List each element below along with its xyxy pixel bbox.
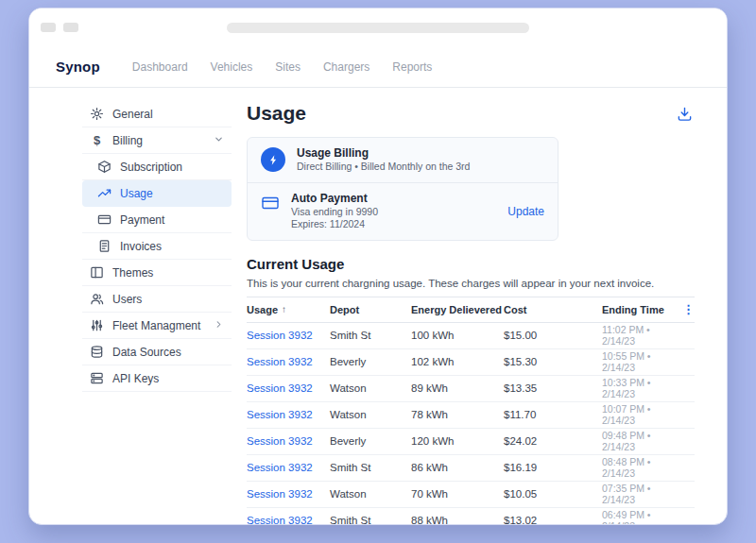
table-row: Session 3932 Watson 70 kWh $10.05 07:35 … [247,482,695,508]
sidebar-item-themes[interactable]: Themes [82,260,232,286]
usage-billing-text: Usage Billing Direct Billing • Billed Mo… [297,146,470,174]
header-label: Usage [247,304,278,315]
table-body: Session 3932 Smith St 100 kWh $15.00 11:… [247,323,695,525]
cost-cell: $24.02 [504,435,602,447]
table-header-usage[interactable]: Usage ↑ [247,304,330,315]
sidebar-item-general[interactable]: General [82,101,232,127]
sliders-icon [90,318,104,332]
gear-icon [90,107,104,121]
table-header-cost[interactable]: Cost [504,304,602,315]
energy-cell: 86 kWh [411,462,504,473]
sidebar-item-label: Billing [112,134,143,147]
sidebar-item-usage[interactable]: Usage [82,180,232,207]
window-control-button[interactable] [41,23,56,32]
header-label: Ending Time [602,304,664,315]
energy-cell: 88 kWh [411,515,504,525]
ending-time-cell: 10:33 PM • 2/14/23 [602,377,676,399]
energy-cell: 120 kWh [411,435,504,447]
session-link[interactable]: Session 3932 [247,382,330,394]
browser-chrome [29,8,727,46]
ending-time-cell: 09:48 PM • 2/14/23 [602,430,676,452]
section-title: Current Usage [247,256,695,272]
sort-asc-icon: ↑ [282,304,286,314]
table-row: Session 3932 Smith St 86 kWh $16.19 08:4… [247,455,695,482]
desktop-background: Synop Dashboard Vehicles Sites Chargers … [0,0,756,543]
ending-time-cell: 07:35 PM • 2/14/23 [602,483,676,505]
session-link[interactable]: Session 3932 [247,356,330,367]
depot-cell: Beverly [330,435,411,447]
session-link[interactable]: Session 3932 [247,330,330,341]
update-payment-button[interactable]: Update [507,205,544,218]
header-label: Depot [330,304,359,315]
header-label: Cost [504,304,526,315]
table-header-row: Usage ↑ Depot Energy Delievered Cost [247,297,695,323]
auto-payment-line2: Expires: 11/2024 [291,218,378,231]
table-options-button[interactable]: ⋮ [676,302,695,316]
sidebar-item-data-sources[interactable]: Data Sources [82,339,232,365]
nav-item-dashboard[interactable]: Dashboard [132,60,188,74]
usage-billing-title: Usage Billing [297,146,470,161]
sidebar-item-billing[interactable]: $ Billing [82,127,232,154]
address-bar[interactable] [227,23,529,33]
session-link[interactable]: Session 3932 [247,488,330,500]
energy-cell: 102 kWh [411,356,504,367]
auto-payment-text: Auto Payment Visa ending in 9990 Expires… [291,192,378,231]
cost-cell: $10.05 [504,488,602,500]
depot-cell: Smith St [330,330,411,341]
ending-time-cell: 10:55 PM • 2/14/23 [602,350,676,373]
table-header-ending-time[interactable]: Ending Time [602,304,676,315]
table-row: Session 3932 Watson 78 kWh $11.70 10:07 … [247,402,695,429]
sidebar-item-subscription[interactable]: Subscription [82,154,232,180]
cost-cell: $13.02 [504,515,602,525]
window-control-button[interactable] [63,23,78,32]
table-header-depot[interactable]: Depot [330,304,411,315]
nav-item-vehicles[interactable]: Vehicles [211,60,253,74]
top-navigation: Synop Dashboard Vehicles Sites Chargers … [29,46,727,88]
browser-window: Synop Dashboard Vehicles Sites Chargers … [28,8,728,525]
depot-cell: Watson [330,409,411,420]
cost-cell: $11.70 [504,409,602,420]
document-icon [97,239,112,253]
credit-card-icon [261,194,280,212]
nav-item-sites[interactable]: Sites [275,60,301,74]
session-link[interactable]: Session 3932 [247,409,330,420]
session-link[interactable]: Session 3932 [247,515,330,525]
lightning-bolt-icon [261,147,285,172]
session-link[interactable]: Session 3932 [247,435,330,447]
sidebar-item-label: Users [112,293,142,306]
energy-cell: 70 kWh [411,488,504,500]
page-title: Usage [247,102,306,125]
sidebar-item-fleet-management[interactable]: Fleet Managment [82,313,232,339]
nav-items: Dashboard Vehicles Sites Chargers Report… [132,60,433,74]
usage-page: Usage Usage Billing Direct Billing • Bil… [232,88,727,525]
auto-payment-row: Auto Payment Visa ending in 9990 Expires… [248,183,558,240]
usage-billing-subtitle: Direct Billing • Billed Monthly on the 3… [297,161,470,174]
ending-time-cell: 08:48 PM • 2/14/23 [602,456,676,479]
app-body: General $ Billing Subscription [29,88,727,525]
sidebar-item-label: API Keys [112,372,159,385]
sidebar-item-payment[interactable]: Payment [82,207,232,233]
ending-time-cell: 10:07 PM • 2/14/23 [602,403,676,426]
nav-item-chargers[interactable]: Chargers [323,60,369,74]
table-header-energy[interactable]: Energy Delievered [411,304,504,315]
nav-item-reports[interactable]: Reports [392,60,432,74]
server-icon [90,371,104,385]
kebab-icon: ⋮ [682,302,695,316]
depot-cell: Beverly [330,356,411,367]
session-link[interactable]: Session 3932 [247,462,330,473]
cost-cell: $15.30 [504,356,602,367]
sidebar-item-invoices[interactable]: Invoices [82,233,232,260]
chevron-right-icon [214,319,224,332]
synop-logo[interactable]: Synop [56,59,100,75]
billing-summary-card: Usage Billing Direct Billing • Billed Mo… [247,137,558,241]
usage-billing-row: Usage Billing Direct Billing • Billed Mo… [248,138,558,182]
download-button[interactable] [674,103,695,124]
depot-cell: Watson [330,382,411,394]
ending-time-cell: 11:02 PM • 2/14/23 [602,324,676,347]
sidebar-item-label: Themes [112,266,153,280]
page-header: Usage [247,101,695,126]
table-row: Session 3932 Beverly 102 kWh $15.30 10:5… [247,349,695,376]
cost-cell: $13.35 [504,382,602,394]
sidebar-item-api-keys[interactable]: API Keys [82,365,232,392]
sidebar-item-users[interactable]: Users [82,286,232,313]
